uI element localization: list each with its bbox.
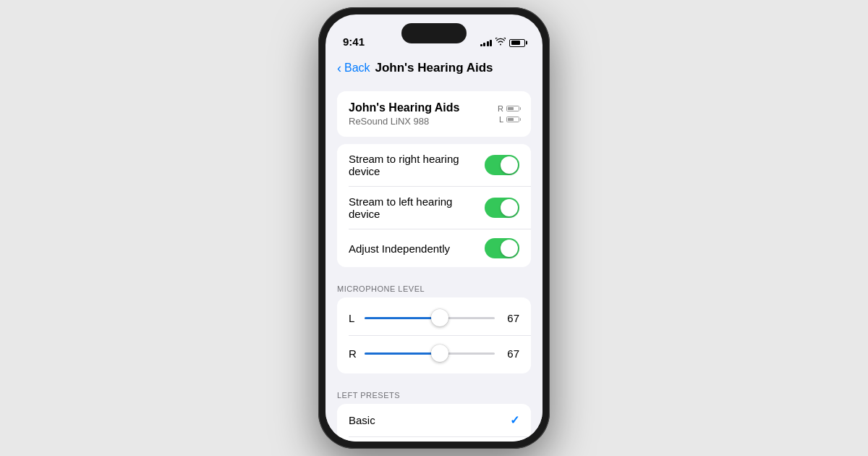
- slider-thumb-right[interactable]: [431, 345, 448, 362]
- toggle-adjust-independently[interactable]: [485, 238, 519, 258]
- presets-section: Basic ✓ Restaurant Outdoor: [337, 404, 531, 442]
- battery-label-l: L: [499, 115, 503, 124]
- slider-row-left: L 67: [337, 300, 531, 335]
- battery-label-r: R: [498, 104, 503, 113]
- toggle-label-independently: Adjust Independently: [349, 242, 450, 255]
- slider-row-right: R 67: [337, 336, 531, 371]
- toggle-left-hearing[interactable]: [485, 198, 519, 218]
- slider-track-right[interactable]: [365, 343, 495, 363]
- dynamic-island: [401, 23, 467, 43]
- battery-row-l: L: [499, 115, 519, 124]
- device-name: John's Hearing Aids: [349, 101, 459, 114]
- device-details: John's Hearing Aids ReSound LiNX 988: [349, 101, 459, 127]
- microphone-section: MICROPHONE LEVEL L 67 R: [326, 274, 542, 373]
- content-area: John's Hearing Aids ReSound LiNX 988 R L: [326, 84, 542, 442]
- slider-value-right: 67: [502, 347, 519, 360]
- battery-row-r: R: [498, 104, 519, 113]
- preset-checkmark-basic: ✓: [510, 413, 519, 427]
- slider-letter-l: L: [349, 312, 357, 324]
- device-model: ReSound LiNX 988: [349, 116, 459, 127]
- toggle-label-left: Stream to left hearing device: [349, 195, 485, 220]
- phone-screen: 9:41: [326, 14, 542, 442]
- preset-row-restaurant[interactable]: Restaurant: [337, 437, 531, 442]
- phone-frame: 9:41: [318, 7, 550, 449]
- toggle-row-independently: Adjust Independently: [337, 229, 531, 267]
- navigation-bar: ‹ Back John's Hearing Aids: [326, 52, 542, 84]
- status-icons: [480, 38, 526, 48]
- back-button[interactable]: ‹ Back: [337, 61, 370, 76]
- preset-row-basic[interactable]: Basic ✓: [337, 404, 531, 436]
- toggle-row-right: Stream to right hearing device: [337, 144, 531, 186]
- back-chevron-icon: ‹: [337, 61, 341, 76]
- wifi-icon: [495, 38, 506, 48]
- preset-label-basic: Basic: [349, 414, 375, 426]
- mini-battery-r: [506, 106, 519, 111]
- back-label: Back: [344, 62, 370, 75]
- device-info-section: John's Hearing Aids ReSound LiNX 988 R L: [337, 91, 531, 137]
- toggles-section: Stream to right hearing device Stream to…: [337, 144, 531, 267]
- slider-letter-r: R: [349, 347, 357, 360]
- slider-value-left: 67: [502, 312, 519, 324]
- signal-bars-icon: [480, 40, 493, 46]
- slider-thumb-left[interactable]: [431, 309, 448, 326]
- toggle-label-right: Stream to right hearing device: [349, 153, 485, 177]
- slider-section: L 67 R: [337, 297, 531, 373]
- slider-track-left[interactable]: [365, 308, 495, 328]
- status-time: 9:41: [343, 35, 365, 48]
- microphone-section-label: MICROPHONE LEVEL: [326, 274, 542, 297]
- page-title: John's Hearing Aids: [375, 61, 493, 75]
- toggle-right-hearing[interactable]: [485, 155, 519, 175]
- mini-battery-l: [506, 117, 519, 122]
- presets-section-label: LEFT PRESETS: [326, 381, 542, 404]
- presets-container: LEFT PRESETS Basic ✓ Restaurant Outdoor: [326, 381, 542, 442]
- toggle-row-left: Stream to left hearing device: [337, 187, 531, 229]
- device-info: John's Hearing Aids ReSound LiNX 988 R L: [337, 91, 531, 137]
- battery-indicators: R L: [498, 104, 519, 124]
- battery-icon: [509, 39, 525, 47]
